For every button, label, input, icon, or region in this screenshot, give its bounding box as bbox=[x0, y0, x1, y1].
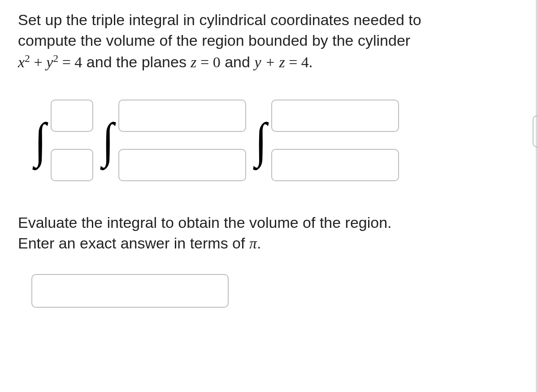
integral-3-lower-input[interactable] bbox=[271, 149, 399, 181]
integral-sign-2: ∫ bbox=[102, 116, 114, 165]
evaluate-line-2-suffix: . bbox=[257, 235, 261, 252]
integral-1-limits bbox=[51, 100, 93, 181]
equation: x2 + y2 = 4 bbox=[18, 54, 82, 70]
final-answer-input[interactable] bbox=[31, 274, 229, 308]
evaluate-line-2-prefix: Enter an exact answer in terms of bbox=[18, 235, 249, 252]
integral-3-upper-input[interactable] bbox=[271, 100, 399, 132]
integral-sign-3: ∫ bbox=[256, 116, 267, 165]
evaluate-prompt: Evaluate the integral to obtain the volu… bbox=[18, 213, 519, 254]
integral-1-upper-input[interactable] bbox=[51, 100, 93, 132]
integral-sign-1: ∫ bbox=[35, 116, 46, 165]
integral-2-lower-input[interactable] bbox=[118, 149, 246, 181]
integral-3-limits bbox=[271, 100, 399, 181]
integral-2-limits bbox=[118, 100, 246, 181]
integral-expression: ∫ ∫ ∫ bbox=[34, 100, 519, 181]
integral-2-upper-input[interactable] bbox=[118, 100, 246, 132]
question-line-2: compute the volume of the region bounded… bbox=[18, 32, 410, 49]
cutoff-input-edge bbox=[533, 115, 538, 148]
integral-1-lower-input[interactable] bbox=[51, 149, 93, 181]
question-line-1: Set up the triple integral in cylindrica… bbox=[18, 11, 421, 28]
pi-symbol: π bbox=[249, 235, 257, 252]
evaluate-line-1: Evaluate the integral to obtain the volu… bbox=[18, 214, 392, 231]
question-prompt: Set up the triple integral in cylindrica… bbox=[18, 10, 519, 73]
